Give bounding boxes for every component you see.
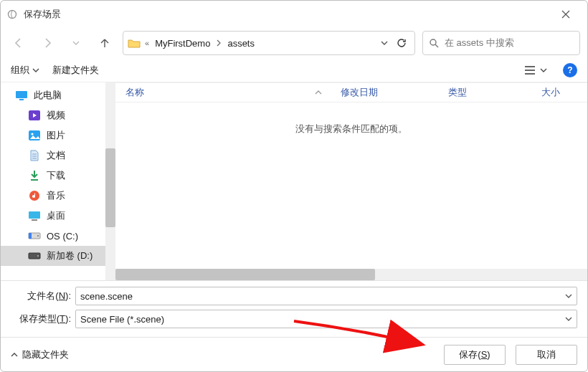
sidebar: 此电脑 视频 图片 文档 下载 <box>1 82 115 280</box>
search-input[interactable]: 在 assets 中搜索 <box>422 31 580 55</box>
column-type[interactable]: 类型 <box>438 83 531 102</box>
chevron-down-icon[interactable] <box>565 315 572 323</box>
breadcrumb-folder-2[interactable]: assets <box>226 37 256 50</box>
save-button[interactable]: 保存(S) <box>444 345 506 365</box>
nav-forward-button[interactable] <box>37 32 58 54</box>
svg-rect-2 <box>16 91 27 98</box>
list-view-icon <box>524 65 536 75</box>
column-headers: 名称 修改日期 类型 大小 <box>115 82 587 102</box>
sidebar-item-this-pc[interactable]: 此电脑 <box>1 85 115 105</box>
document-icon <box>28 149 41 162</box>
download-icon <box>28 169 41 182</box>
address-bar[interactable]: « MyFirstDemo assets <box>123 31 415 55</box>
folder-icon <box>128 37 141 49</box>
close-button[interactable] <box>550 4 582 24</box>
filename-label: 文件名(N): <box>11 290 75 302</box>
hide-folders-button[interactable]: 隐藏文件夹 <box>11 348 69 361</box>
filename-input[interactable]: scene.scene <box>75 287 577 305</box>
drive-icon <box>28 229 41 242</box>
new-folder-button[interactable]: 新建文件夹 <box>52 64 99 77</box>
view-mode-button[interactable] <box>521 62 550 78</box>
search-icon <box>429 38 439 48</box>
chevron-down-icon <box>32 67 39 74</box>
svg-rect-8 <box>29 211 40 219</box>
monitor-icon <box>15 89 28 102</box>
sort-indicator-icon <box>315 90 322 95</box>
chevron-down-icon[interactable] <box>565 292 572 300</box>
sidebar-item-music[interactable]: 音乐 <box>1 186 115 206</box>
file-area-scrollbar[interactable] <box>115 269 587 280</box>
column-size[interactable]: 大小 <box>531 83 587 102</box>
sidebar-item-downloads[interactable]: 下载 <box>1 166 115 186</box>
desktop-icon <box>28 209 41 222</box>
filetype-select[interactable]: Scene File (*.scene) <box>75 310 577 328</box>
sidebar-item-drive-c[interactable]: OS (C:) <box>1 226 115 246</box>
nav-back-button[interactable] <box>8 32 29 54</box>
window-title: 保存场景 <box>24 8 61 21</box>
column-name[interactable]: 名称 <box>115 83 331 102</box>
search-placeholder: 在 assets 中搜索 <box>445 37 514 49</box>
svg-point-14 <box>37 255 39 257</box>
sidebar-item-drive-d[interactable]: 新加卷 (D:) <box>1 246 115 266</box>
help-button[interactable]: ? <box>563 63 577 77</box>
nav-recent-button[interactable] <box>65 32 87 54</box>
sidebar-item-documents[interactable]: 文档 <box>1 146 115 166</box>
organize-button[interactable]: 组织 <box>11 64 39 77</box>
chevron-up-icon <box>11 351 18 358</box>
video-icon <box>28 109 41 122</box>
drive-icon <box>28 249 41 262</box>
music-icon <box>28 189 41 202</box>
sidebar-item-pictures[interactable]: 图片 <box>1 125 115 146</box>
column-modified[interactable]: 修改日期 <box>331 83 438 102</box>
filetype-label: 保存类型(T): <box>11 313 75 325</box>
sidebar-scrollbar[interactable] <box>105 82 115 280</box>
svg-point-1 <box>430 39 436 45</box>
svg-rect-11 <box>29 233 32 239</box>
svg-rect-3 <box>19 99 24 100</box>
breadcrumb-sep-icon <box>216 39 222 47</box>
refresh-button[interactable] <box>396 37 407 49</box>
nav-up-button[interactable] <box>94 32 115 54</box>
svg-point-0 <box>9 11 16 19</box>
svg-rect-9 <box>32 219 37 221</box>
address-dropdown-icon[interactable] <box>380 39 389 47</box>
pictures-icon <box>28 129 41 142</box>
sidebar-item-videos[interactable]: 视频 <box>1 105 115 125</box>
breadcrumb-prefix: « <box>145 39 149 47</box>
sidebar-item-desktop[interactable]: 桌面 <box>1 206 115 226</box>
breadcrumb-folder-1[interactable]: MyFirstDemo <box>153 37 212 50</box>
chevron-down-icon <box>540 67 547 74</box>
app-icon <box>6 9 18 20</box>
cancel-button[interactable]: 取消 <box>516 345 577 365</box>
svg-point-6 <box>31 133 33 135</box>
empty-message: 没有与搜索条件匹配的项。 <box>115 102 587 269</box>
svg-point-12 <box>37 235 39 237</box>
